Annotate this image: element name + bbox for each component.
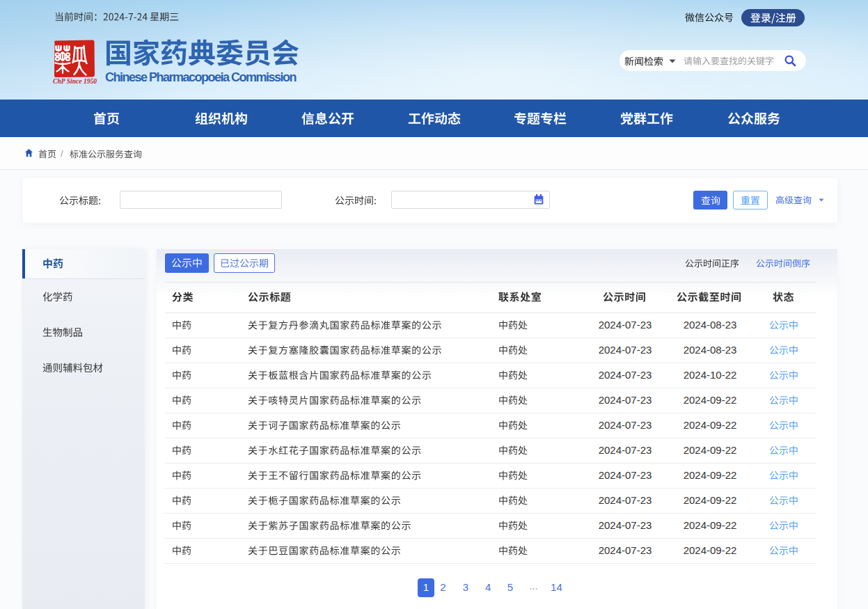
- svg-text:ChP Since 1950: ChP Since 1950: [53, 77, 97, 85]
